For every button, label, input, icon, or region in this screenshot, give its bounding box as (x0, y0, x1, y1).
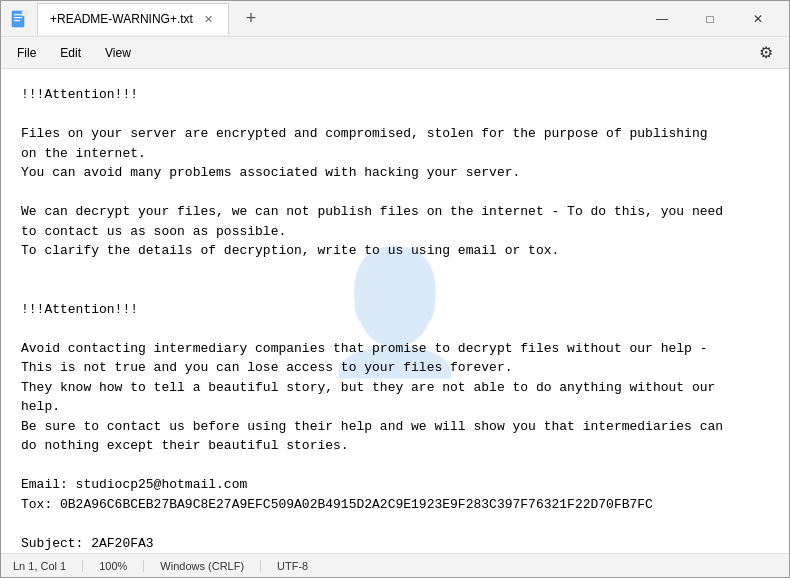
active-tab[interactable]: +README-WARNING+.txt ✕ (37, 3, 229, 35)
app-icon (9, 9, 29, 29)
tab-close-button[interactable]: ✕ (201, 12, 216, 27)
cursor-position: Ln 1, Col 1 (13, 560, 83, 572)
menu-bar: File Edit View ⚙ (1, 37, 789, 69)
zoom-level: 100% (83, 560, 144, 572)
svg-rect-2 (14, 17, 22, 18)
menu-edit[interactable]: Edit (48, 42, 93, 64)
svg-rect-3 (14, 20, 20, 21)
menu-file[interactable]: File (5, 42, 48, 64)
minimize-button[interactable]: — (639, 3, 685, 35)
title-bar: +README-WARNING+.txt ✕ + — □ ✕ (1, 1, 789, 37)
main-window: +README-WARNING+.txt ✕ + — □ ✕ File Edit… (0, 0, 790, 578)
svg-rect-1 (14, 14, 22, 15)
status-bar: Ln 1, Col 1 100% Windows (CRLF) UTF-8 (1, 553, 789, 577)
close-button[interactable]: ✕ (735, 3, 781, 35)
tab-label: +README-WARNING+.txt (50, 12, 193, 26)
window-controls: — □ ✕ (639, 3, 781, 35)
file-content: !!!Attention!!! Files on your server are… (21, 85, 769, 553)
text-editor-area[interactable]: 👤 !!!Attention!!! Files on your server a… (1, 69, 789, 553)
title-bar-left: +README-WARNING+.txt ✕ + (9, 3, 639, 35)
menu-view[interactable]: View (93, 42, 143, 64)
settings-icon[interactable]: ⚙ (747, 39, 785, 66)
line-ending: Windows (CRLF) (144, 560, 261, 572)
encoding: UTF-8 (261, 560, 324, 572)
new-tab-button[interactable]: + (237, 5, 265, 33)
maximize-button[interactable]: □ (687, 3, 733, 35)
